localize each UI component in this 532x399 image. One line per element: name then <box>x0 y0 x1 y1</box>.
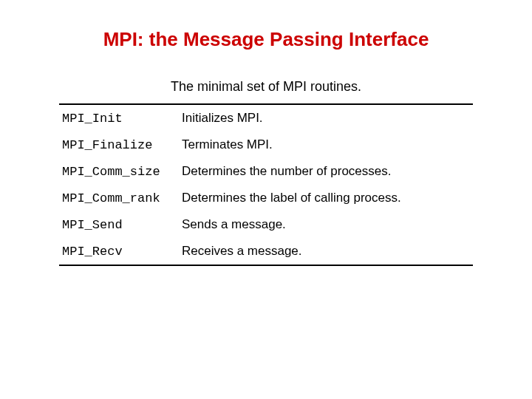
table-bottom-rule <box>59 265 473 266</box>
table-row: MPI_Comm_rank Determines the label of ca… <box>59 185 473 211</box>
routine-desc: Sends a message. <box>179 211 473 238</box>
routine-name: MPI_Finalize <box>59 132 179 158</box>
routine-name: MPI_Comm_rank <box>59 185 179 211</box>
routine-name: MPI_Recv <box>59 238 179 265</box>
routine-name: MPI_Send <box>59 211 179 238</box>
routine-desc: Initializes MPI. <box>179 105 473 132</box>
table-row: MPI_Send Sends a message. <box>59 211 473 238</box>
routines-table-container: MPI_Init Initializes MPI. MPI_Finalize T… <box>59 103 473 266</box>
table-row: MPI_Comm_size Determines the number of p… <box>59 158 473 185</box>
routine-desc: Determines the label of calling process. <box>179 185 473 211</box>
routine-name: MPI_Comm_size <box>59 158 179 185</box>
routine-desc: Determines the number of processes. <box>179 158 473 185</box>
routine-name: MPI_Init <box>59 105 179 132</box>
page-title: MPI: the Message Passing Interface <box>44 28 488 51</box>
page-subtitle: The minimal set of MPI routines. <box>44 79 488 95</box>
table-row: MPI_Finalize Terminates MPI. <box>59 132 473 158</box>
table-row: MPI_Recv Receives a message. <box>59 238 473 265</box>
routine-desc: Terminates MPI. <box>179 132 473 158</box>
routines-table: MPI_Init Initializes MPI. MPI_Finalize T… <box>59 105 473 265</box>
table-row: MPI_Init Initializes MPI. <box>59 105 473 132</box>
routine-desc: Receives a message. <box>179 238 473 265</box>
